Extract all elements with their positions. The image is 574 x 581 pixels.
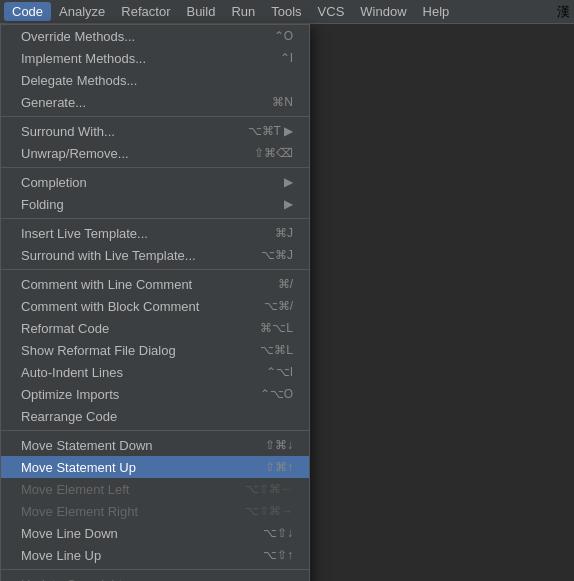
menu-item-label: Move Element Right (21, 504, 225, 519)
menu-refactor[interactable]: Refactor (113, 2, 178, 21)
menu-item-shortcut: ⌃O (274, 29, 293, 43)
menu-item-shortcut: ⌘N (272, 95, 293, 109)
menu-item-label: Completion (21, 175, 264, 190)
menu-item-label: Auto-Indent Lines (21, 365, 246, 380)
menu-item-label: Move Line Down (21, 526, 243, 541)
menu-item-label: Reformat Code (21, 321, 240, 336)
separator (1, 218, 309, 219)
menu-item-label: Move Statement Down (21, 438, 245, 453)
menu-tools[interactable]: Tools (263, 2, 309, 21)
menu-item-generate[interactable]: Generate... ⌘N (1, 91, 309, 113)
menu-item-label: Move Line Up (21, 548, 243, 563)
code-menu-dropdown: Override Methods... ⌃O Implement Methods… (0, 24, 310, 581)
menu-item-surround-live-template[interactable]: Surround with Live Template... ⌥⌘J (1, 244, 309, 266)
menu-item-label: Show Reformat File Dialog (21, 343, 240, 358)
menu-item-move-statement-up[interactable]: Move Statement Up ⇧⌘↑ (1, 456, 309, 478)
menu-item-shortcut: ⌥⌘L (260, 343, 293, 357)
menu-item-label: Comment with Block Comment (21, 299, 244, 314)
menu-item-move-element-right: Move Element Right ⌥⇧⌘→ (1, 500, 309, 522)
menu-code[interactable]: Code (4, 2, 51, 21)
menu-item-comment-line[interactable]: Comment with Line Comment ⌘/ (1, 273, 309, 295)
cjk-icon: 漢 (557, 3, 570, 21)
menu-item-shortcut: ▶ (284, 197, 293, 211)
menu-build[interactable]: Build (178, 2, 223, 21)
menu-item-shortcut: ⇧⌘⌫ (254, 146, 293, 160)
menu-help[interactable]: Help (415, 2, 458, 21)
menu-item-label: Optimize Imports (21, 387, 240, 402)
menu-bar-right: 漢 (557, 3, 570, 21)
menu-item-label: Update Copyright... (21, 577, 273, 582)
menu-item-surround-with[interactable]: Surround With... ⌥⌘T ▶ (1, 120, 309, 142)
separator (1, 430, 309, 431)
menu-item-shortcut: ⌥⌘J (261, 248, 293, 262)
menu-item-completion[interactable]: Completion ▶ (1, 171, 309, 193)
menu-item-show-reformat-dialog[interactable]: Show Reformat File Dialog ⌥⌘L (1, 339, 309, 361)
menu-item-shortcut: ⌥⌘T ▶ (248, 124, 293, 138)
menu-item-reformat-code[interactable]: Reformat Code ⌘⌥L (1, 317, 309, 339)
menu-item-move-line-up[interactable]: Move Line Up ⌥⇧↑ (1, 544, 309, 566)
menu-run[interactable]: Run (223, 2, 263, 21)
menu-item-shortcut: ⌥⇧⌘← (245, 482, 293, 496)
menu-item-unwrap-remove[interactable]: Unwrap/Remove... ⇧⌘⌫ (1, 142, 309, 164)
menu-item-auto-indent[interactable]: Auto-Indent Lines ⌃⌥I (1, 361, 309, 383)
menu-item-shortcut: ⌃I (280, 51, 293, 65)
menu-window[interactable]: Window (352, 2, 414, 21)
menu-item-move-statement-down[interactable]: Move Statement Down ⇧⌘↓ (1, 434, 309, 456)
menu-item-move-element-left: Move Element Left ⌥⇧⌘← (1, 478, 309, 500)
menu-item-rearrange-code[interactable]: Rearrange Code (1, 405, 309, 427)
menu-item-shortcut: ▶ (284, 175, 293, 189)
menu-item-label: Folding (21, 197, 264, 212)
menu-item-shortcut: ⌃⌥I (266, 365, 293, 379)
menu-item-comment-block[interactable]: Comment with Block Comment ⌥⌘/ (1, 295, 309, 317)
separator (1, 167, 309, 168)
menu-item-label: Move Element Left (21, 482, 225, 497)
menu-item-label: Unwrap/Remove... (21, 146, 234, 161)
menu-item-shortcut: ⌥⌘/ (264, 299, 293, 313)
menu-item-label: Comment with Line Comment (21, 277, 258, 292)
menu-item-shortcut: ⇧⌘↑ (265, 460, 293, 474)
menu-item-optimize-imports[interactable]: Optimize Imports ⌃⌥O (1, 383, 309, 405)
menu-item-move-line-down[interactable]: Move Line Down ⌥⇧↓ (1, 522, 309, 544)
menu-item-insert-live-template[interactable]: Insert Live Template... ⌘J (1, 222, 309, 244)
menu-item-label: Implement Methods... (21, 51, 260, 66)
menu-item-update-copyright: Update Copyright... (1, 573, 309, 581)
menu-vcs[interactable]: VCS (310, 2, 353, 21)
menu-item-delegate-methods[interactable]: Delegate Methods... (1, 69, 309, 91)
menu-bar: Code Analyze Refactor Build Run Tools VC… (0, 0, 574, 24)
menu-item-label: Rearrange Code (21, 409, 273, 424)
menu-item-shortcut: ⌘/ (278, 277, 293, 291)
menu-item-shortcut: ⌥⇧↑ (263, 548, 293, 562)
separator (1, 269, 309, 270)
menu-item-label: Generate... (21, 95, 252, 110)
menu-item-label: Surround with Live Template... (21, 248, 241, 263)
menu-item-shortcut: ⌘J (275, 226, 293, 240)
menu-analyze[interactable]: Analyze (51, 2, 113, 21)
separator (1, 569, 309, 570)
menu-item-shortcut: ⌃⌥O (260, 387, 293, 401)
menu-item-label: Insert Live Template... (21, 226, 255, 241)
menu-item-folding[interactable]: Folding ▶ (1, 193, 309, 215)
menu-item-shortcut: ⌘⌥L (260, 321, 293, 335)
menu-item-implement-methods[interactable]: Implement Methods... ⌃I (1, 47, 309, 69)
menu-item-label: Delegate Methods... (21, 73, 273, 88)
menu-item-shortcut: ⌥⇧↓ (263, 526, 293, 540)
menu-item-shortcut: ⌥⇧⌘→ (245, 504, 293, 518)
menu-item-shortcut: ⇧⌘↓ (265, 438, 293, 452)
separator (1, 116, 309, 117)
menu-item-override-methods[interactable]: Override Methods... ⌃O (1, 25, 309, 47)
menu-item-label: Override Methods... (21, 29, 254, 44)
menu-item-label: Surround With... (21, 124, 228, 139)
menu-item-label: Move Statement Up (21, 460, 245, 475)
